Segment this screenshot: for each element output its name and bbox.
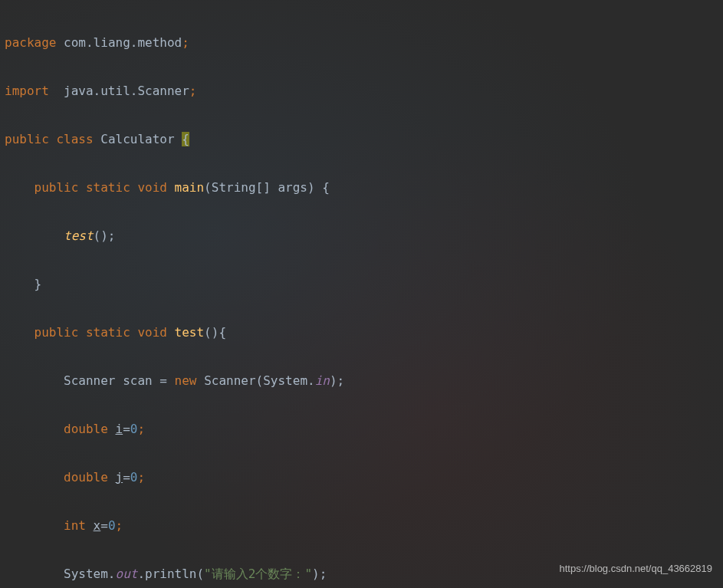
package-name: com.liang.method [64,35,182,50]
brace: { [182,132,189,146]
code-line[interactable]: int x=0; [0,514,723,538]
import-name: java.util.Scanner [64,84,189,98]
var-i: i [116,422,123,436]
keyword-import: import [5,84,49,98]
code-line[interactable]: Scanner scan = new Scanner(System.in); [0,369,723,393]
code-editor[interactable]: package com.liang.method; import java.ut… [0,0,723,588]
code-line[interactable]: double i=0; [0,417,723,442]
code-line[interactable]: test(); [0,224,723,248]
field-in: in [315,373,330,388]
watermark-text: https://blog.csdn.net/qq_43662819 [560,557,713,581]
code-line[interactable]: public static void main(String[] args) { [0,176,723,200]
keyword-class: class [56,132,93,146]
keyword-package: package [5,35,56,50]
code-line[interactable]: package com.liang.method; [0,31,723,55]
code-line[interactable]: public class Calculator { [0,127,723,152]
brace: } [35,277,42,291]
method-test: test [175,325,205,340]
class-name: Calculator [100,132,174,146]
code-line[interactable]: import java.util.Scanner; [0,79,723,103]
field-out: out [116,567,138,581]
method-call: test [64,228,94,243]
var-x: x [94,518,101,533]
code-line[interactable]: } [0,272,723,297]
string-literal: "请输入2个数字：" [204,567,312,581]
code-line[interactable]: public static void test(){ [0,320,723,345]
var-j: j [116,470,123,485]
method-main: main [175,180,205,195]
code-line[interactable]: double j=0; [0,465,723,490]
keyword-public: public [5,132,49,146]
